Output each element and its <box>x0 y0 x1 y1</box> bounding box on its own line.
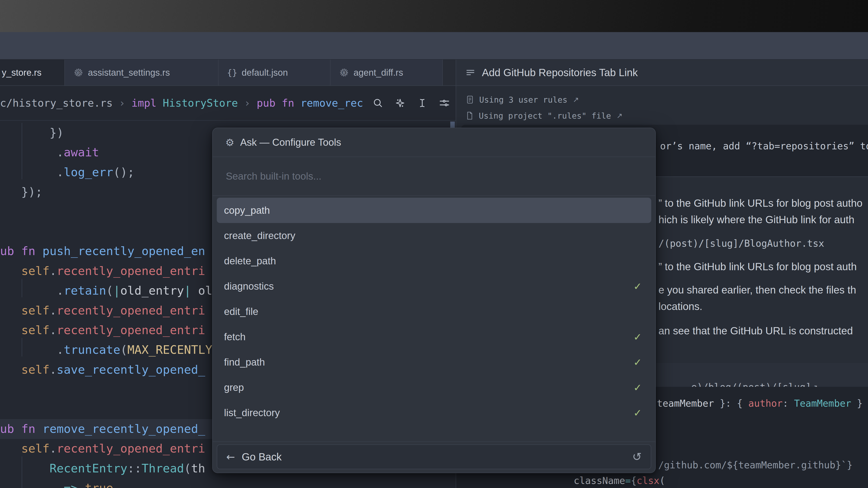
tool-item-delete_path[interactable]: delete_path <box>217 248 651 273</box>
code-token: self <box>21 442 50 455</box>
code-token: :: <box>127 462 142 475</box>
modal-title-row: ⚙ Ask — Configure Tools <box>213 128 655 157</box>
tool-item-label: copy_path <box>224 205 270 216</box>
thread-title: Add GitHub Repositories Tab Link <box>482 66 638 78</box>
code-token: self <box>21 304 50 317</box>
code-token: }: { <box>720 398 748 409</box>
configure-tools-modal: ⚙ Ask — Configure Tools copy_pathcreate_… <box>212 128 656 473</box>
code-token: MAX_RECENTLY <box>127 343 213 357</box>
enabled-check-icon: ✓ <box>633 331 644 343</box>
tab-bar-filler <box>443 60 456 86</box>
sliders-icon[interactable] <box>438 97 450 109</box>
assistant-file-path[interactable]: /(post)/[slug]/BlogAuthor.tsx <box>658 237 824 250</box>
code-token: save_recently_opened_ <box>57 363 205 377</box>
code-snippet-line: className={clsx( <box>574 475 665 487</box>
breadcrumb-segment: › <box>238 97 256 109</box>
desktop-background <box>0 0 868 32</box>
breadcrumb-segment: HistoryStore <box>163 97 238 109</box>
code-token: Thread <box>142 462 184 475</box>
footer-divider <box>213 442 655 442</box>
tool-item-label: list_directory <box>224 407 280 418</box>
rust-file-icon: R <box>73 68 84 77</box>
code-token: self <box>21 363 50 377</box>
svg-text:R: R <box>77 71 80 75</box>
tab-label: agent_diff.rs <box>353 68 403 78</box>
breadcrumb-segment: c/history_store.rs <box>0 97 113 109</box>
code-token: old_entry <box>120 284 184 297</box>
tool-item-label: create_directory <box>224 230 295 241</box>
thread-list-icon <box>465 67 475 78</box>
go-back-button[interactable]: ← Go Back ↺ <box>217 445 651 469</box>
enabled-check-icon: ✓ <box>633 382 644 393</box>
tool-item-grep[interactable]: grep✓ <box>217 375 651 400</box>
code-token <box>0 264 21 278</box>
code-token <box>0 304 21 317</box>
code-token: ( <box>120 343 127 357</box>
code-token: . <box>0 145 64 159</box>
modal-title: Ask — Configure Tools <box>240 137 341 148</box>
code-line: => true, <box>0 478 456 488</box>
code-token: }) <box>0 126 64 139</box>
code-token <box>78 481 85 488</box>
tool-item-diagnostics[interactable]: diagnostics✓ <box>217 273 651 299</box>
zed-workspace: { "colors": { "accent_blue": "#74ade9", … <box>0 0 868 488</box>
tab-label: y_store.rs <box>2 68 41 78</box>
file-icon <box>466 111 473 120</box>
svg-text:R: R <box>343 71 345 75</box>
code-token: log_err <box>64 165 113 179</box>
open-rules-icon: ↗ <box>573 95 579 104</box>
breadcrumb[interactable]: c/history_store.rs › impl HistoryStore ›… <box>0 86 371 120</box>
code-token: TeamMember <box>794 398 851 409</box>
tool-item-copy_path[interactable]: copy_path <box>217 198 651 223</box>
json-braces-icon: {} <box>227 68 237 77</box>
code-token: recently_opened_entri <box>57 304 205 317</box>
tool-item-find_path[interactable]: find_path✓ <box>217 350 651 375</box>
tab-y_store.rs[interactable]: y_store.rs <box>0 60 65 86</box>
tool-item-fetch[interactable]: fetch✓ <box>217 324 651 350</box>
code-token: author <box>748 398 783 409</box>
tab-default.json[interactable]: {}default.json <box>219 60 331 86</box>
tab-assistant_settings.rs[interactable]: Rassistant_settings.rs <box>65 60 219 86</box>
code-token: (); <box>113 165 134 179</box>
tab-label: default.json <box>242 68 288 78</box>
code-token: . <box>50 304 57 317</box>
code-token: push_recently_opened_en <box>42 244 205 258</box>
code-token: } <box>851 398 863 409</box>
sparkle-icon[interactable] <box>394 97 406 109</box>
assistant-paragraph: hich is likely where the GitHub link for… <box>658 213 855 226</box>
code-token: fn <box>21 422 42 435</box>
tool-item-list_directory[interactable]: list_directory✓ <box>217 400 651 425</box>
back-arrow-icon: ← <box>226 451 235 463</box>
code-token: , <box>113 481 120 488</box>
search-input[interactable] <box>225 170 643 182</box>
text-cursor-icon[interactable] <box>416 97 428 109</box>
code-token <box>0 462 50 475</box>
project-rules-row[interactable]: Using project ".rules" file ↗ <box>466 108 622 123</box>
enabled-check-icon: ✓ <box>633 357 644 368</box>
search-icon[interactable] <box>372 97 384 109</box>
code-token: { <box>631 475 637 486</box>
code-token: truncate <box>64 343 120 357</box>
breadcrumb-segment: remove_rec <box>301 97 363 109</box>
tool-item-label: edit_file <box>224 306 258 317</box>
code-token: fn <box>21 244 42 258</box>
tool-item-create_directory[interactable]: create_directory <box>217 223 651 248</box>
code-token: teamMember <box>657 398 720 409</box>
breadcrumb-segment: pub fn <box>257 97 301 109</box>
code-token: | <box>113 284 120 297</box>
user-rules-row[interactable]: Using 3 user rules ↗ <box>466 92 579 107</box>
code-token <box>0 481 64 488</box>
tool-item-label: diagnostics <box>224 281 274 292</box>
code-token: recently_opened_entri <box>57 323 205 337</box>
tab-agent_diff.rs[interactable]: Ragent_diff.rs <box>331 60 443 86</box>
breadcrumb-segment: › <box>113 97 131 109</box>
tool-item-label: find_path <box>224 357 265 368</box>
enabled-check-icon: ✓ <box>633 407 644 419</box>
agent-thread-header[interactable]: Add GitHub Repositories Tab Link <box>456 60 868 86</box>
code-token: ( <box>184 462 191 475</box>
code-token <box>0 442 21 455</box>
rust-file-icon: R <box>339 68 349 77</box>
search-row <box>213 157 655 196</box>
tab-label: assistant_settings.rs <box>88 68 170 78</box>
tool-item-edit_file[interactable]: edit_file <box>217 299 651 324</box>
